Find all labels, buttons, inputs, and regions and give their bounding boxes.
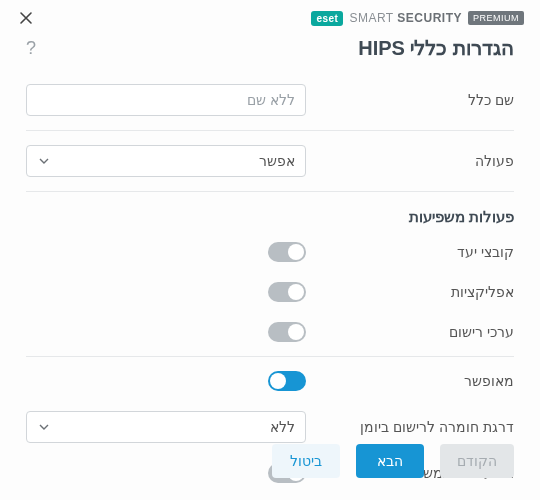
- row-enabled: מאופשר: [26, 361, 514, 401]
- toggle-applications[interactable]: [268, 282, 306, 302]
- label-target-files: קובצי יעד: [457, 244, 514, 260]
- label-registry: ערכי רישום: [449, 324, 514, 340]
- action-select[interactable]: אפשר: [26, 145, 306, 177]
- row-rule-name: שם כלל: [26, 74, 514, 126]
- label-applications: אפליקציות: [451, 284, 514, 300]
- brand-edition-badge: PREMIUM: [468, 11, 524, 25]
- brand-logo: eset: [311, 11, 343, 26]
- toggle-registry[interactable]: [268, 322, 306, 342]
- label-action: פעולה: [475, 153, 514, 169]
- window-header: eset SMART SECURITY PREMIUM: [0, 0, 540, 32]
- close-icon: [19, 11, 33, 25]
- label-enabled: מאופשר: [464, 373, 514, 389]
- cancel-button[interactable]: ביטול: [272, 444, 340, 478]
- footer-buttons: הקודם הבא ביטול: [0, 426, 540, 500]
- row-registry: ערכי רישום: [26, 312, 514, 352]
- separator: [26, 356, 514, 357]
- separator: [26, 130, 514, 131]
- help-icon[interactable]: ?: [26, 38, 36, 59]
- section-title-affecting: פעולות משפיעות: [26, 196, 514, 232]
- next-button[interactable]: הבא: [356, 444, 424, 478]
- brand-word-2: SECURITY: [397, 11, 462, 25]
- brand-block: eset SMART SECURITY PREMIUM: [311, 11, 524, 26]
- label-rule-name: שם כלל: [468, 92, 514, 108]
- title-row: הגדרות כללי HIPS ?: [0, 32, 540, 74]
- toggle-target-files[interactable]: [268, 242, 306, 262]
- toggle-enabled[interactable]: [268, 371, 306, 391]
- prev-button: הקודם: [440, 444, 514, 478]
- close-button[interactable]: [16, 8, 36, 28]
- page-title: הגדרות כללי HIPS: [358, 36, 514, 60]
- chevron-down-icon: [37, 154, 51, 168]
- row-action: פעולה אפשר: [26, 135, 514, 187]
- action-select-value: אפשר: [259, 153, 295, 169]
- brand-word-1: SMART: [349, 11, 393, 25]
- rule-name-input[interactable]: [26, 84, 306, 116]
- row-applications: אפליקציות: [26, 272, 514, 312]
- separator: [26, 191, 514, 192]
- row-target-files: קובצי יעד: [26, 232, 514, 272]
- brand-product-name: SMART SECURITY: [349, 11, 462, 25]
